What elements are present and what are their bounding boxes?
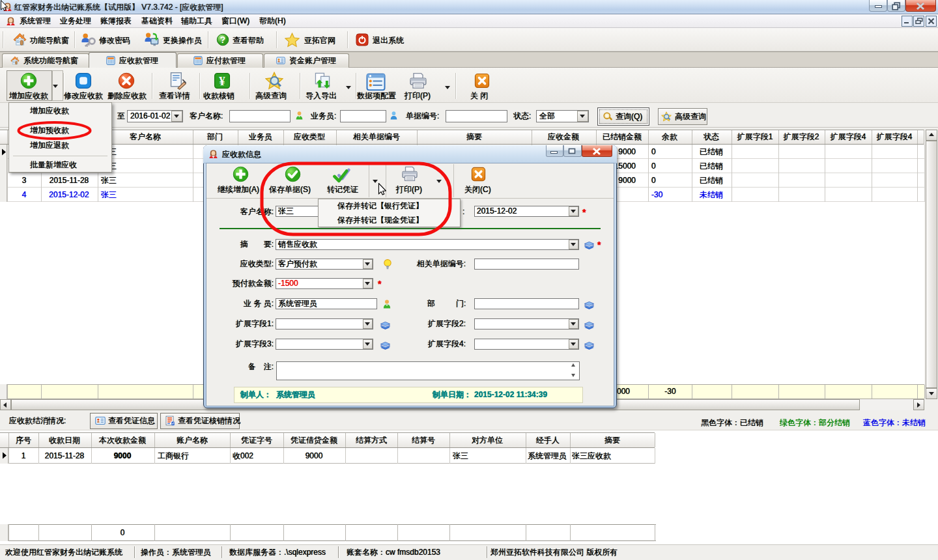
- svg-text:?: ?: [220, 35, 225, 45]
- svg-text:¥: ¥: [219, 74, 225, 88]
